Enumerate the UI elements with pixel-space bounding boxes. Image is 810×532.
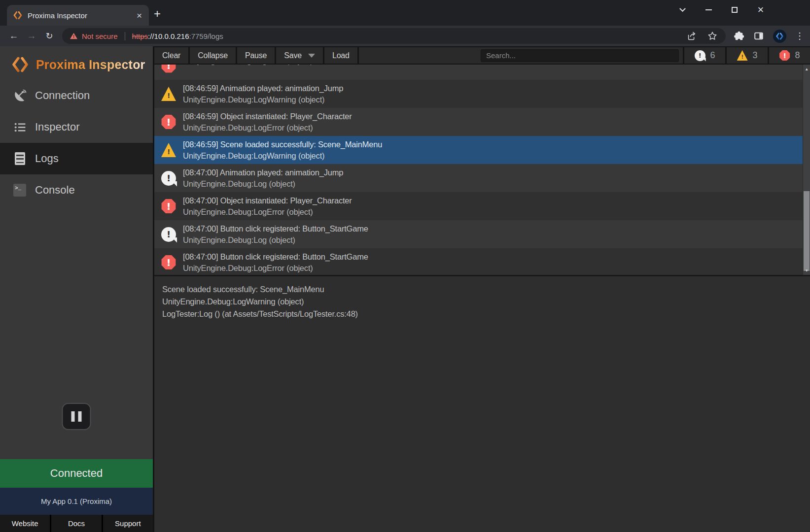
forward-button[interactable] bbox=[23, 31, 40, 41]
log-stacktrace: UnityEngine.Debug:Log (object) bbox=[183, 178, 343, 190]
new-tab-button[interactable] bbox=[154, 8, 161, 20]
sidebar-item-logs[interactable]: Logs bbox=[0, 143, 153, 174]
sidebar-item-console[interactable]: Console bbox=[0, 174, 153, 206]
log-level-icon bbox=[161, 199, 176, 214]
not-secure-label[interactable]: Not secure bbox=[82, 32, 118, 40]
warning-count: 3 bbox=[753, 50, 758, 61]
load-button[interactable]: Load bbox=[324, 47, 359, 64]
close-window-button[interactable] bbox=[757, 6, 765, 14]
scroll-up-arrow-icon[interactable] bbox=[803, 66, 810, 72]
reload-button[interactable] bbox=[40, 31, 58, 41]
logs-toolbar: Clear Collapse Pause Save Load 6 3 bbox=[154, 46, 810, 65]
log-entry-selected[interactable]: [08:46:59] Scene loaded successfully: Sc… bbox=[154, 136, 810, 164]
search-input[interactable] bbox=[481, 49, 679, 62]
log-message: [08:47:00] Object instantiated: Player_C… bbox=[183, 195, 352, 206]
log-entry[interactable]: [08:47:00] Animation played: animation_J… bbox=[154, 164, 810, 192]
extensions-puzzle-icon[interactable] bbox=[734, 31, 744, 41]
sidebar-footer: Website Docs Support bbox=[0, 515, 153, 532]
log-level-icon bbox=[161, 87, 176, 101]
footer-link-support[interactable]: Support bbox=[103, 515, 153, 532]
detail-stacktrace: LogTester:Log () (at Assets/TestScripts/… bbox=[162, 308, 802, 320]
url-omnibox[interactable]: Not secure https://10.0.0.216:7759/logs bbox=[62, 28, 726, 44]
side-panel-icon[interactable] bbox=[753, 31, 764, 41]
log-scrollbar[interactable] bbox=[803, 65, 810, 275]
log-stacktrace: UnityEngine.Debug:LogError (object) bbox=[183, 65, 313, 66]
tab-close-icon[interactable] bbox=[136, 11, 143, 20]
warning-triangle-icon bbox=[737, 50, 748, 61]
log-entry[interactable]: [08:47:00] Object instantiated: Player_C… bbox=[154, 192, 810, 220]
app-brand: Proxima Inspector bbox=[0, 49, 153, 80]
document-icon bbox=[13, 152, 27, 165]
log-stacktrace: UnityEngine.Debug:Log (object) bbox=[183, 234, 368, 246]
error-count: 8 bbox=[795, 50, 800, 61]
log-message: [08:47:00] Button click registered: Butt… bbox=[183, 223, 368, 234]
log-stacktrace: UnityEngine.Debug:LogWarning (object) bbox=[183, 94, 343, 105]
browser-menu-icon[interactable] bbox=[795, 31, 802, 41]
pause-icon bbox=[71, 411, 75, 422]
info-bubble-icon bbox=[695, 50, 705, 61]
back-button[interactable] bbox=[5, 31, 23, 41]
sidebar-item-label: Connection bbox=[35, 89, 90, 102]
maximize-button[interactable] bbox=[731, 6, 739, 14]
footer-link-website[interactable]: Website bbox=[0, 515, 50, 532]
list-icon bbox=[13, 121, 27, 134]
log-level-icon bbox=[161, 143, 176, 158]
log-level-icon bbox=[161, 115, 176, 130]
app-title: Proxima Inspector bbox=[36, 58, 145, 72]
bookmark-star-icon[interactable] bbox=[707, 31, 718, 41]
log-entry[interactable]: [08:47:00] Button click registered: Butt… bbox=[154, 220, 810, 248]
log-stacktrace: UnityEngine.Debug:LogError (object) bbox=[183, 122, 352, 133]
sidebar-item-label: Inspector bbox=[35, 121, 80, 133]
log-list: UnityEngine.Debug:LogError (object) [08:… bbox=[154, 65, 810, 276]
log-level-icon bbox=[161, 171, 176, 186]
share-icon[interactable] bbox=[686, 31, 697, 41]
log-message: [08:46:59] Scene loaded successfully: Sc… bbox=[183, 139, 382, 150]
collapse-button[interactable]: Collapse bbox=[190, 47, 237, 64]
not-secure-warning-icon bbox=[70, 33, 77, 39]
proxima-logo-icon bbox=[11, 55, 30, 74]
log-entry[interactable]: [08:47:00] Button click registered: Butt… bbox=[154, 248, 810, 276]
clear-button[interactable]: Clear bbox=[154, 47, 190, 64]
info-count: 6 bbox=[710, 50, 715, 61]
tab-strip: Proxima Inspector bbox=[0, 0, 810, 26]
pause-stream-button[interactable] bbox=[62, 403, 91, 430]
save-dropdown-caret-icon[interactable] bbox=[308, 54, 315, 58]
log-entry[interactable]: UnityEngine.Debug:LogError (object) bbox=[154, 65, 810, 80]
url-text[interactable]: https://10.0.0.216:7759/logs bbox=[132, 32, 223, 40]
log-message: [08:47:00] Animation played: animation_J… bbox=[183, 167, 343, 178]
log-stacktrace: UnityEngine.Debug:LogError (object) bbox=[183, 263, 368, 274]
log-level-icon bbox=[161, 255, 176, 270]
log-detail-pane: Scene loaded successfully: Scene_MainMen… bbox=[154, 276, 810, 532]
error-count-filter[interactable]: 8 bbox=[768, 47, 810, 64]
save-button[interactable]: Save bbox=[276, 47, 324, 64]
log-stacktrace: UnityEngine.Debug:LogError (object) bbox=[183, 206, 352, 218]
logs-panel: Clear Collapse Pause Save Load 6 3 bbox=[153, 46, 810, 532]
footer-link-docs[interactable]: Docs bbox=[51, 515, 101, 532]
scroll-down-arrow-icon[interactable] bbox=[803, 267, 810, 274]
connection-status-badge: Connected bbox=[0, 459, 153, 488]
satellite-icon bbox=[13, 89, 27, 102]
browser-tab[interactable]: Proxima Inspector bbox=[7, 5, 149, 26]
info-count-filter[interactable]: 6 bbox=[683, 47, 725, 64]
scrollbar-thumb[interactable] bbox=[804, 191, 810, 271]
warning-count-filter[interactable]: 3 bbox=[725, 47, 768, 64]
profile-avatar[interactable] bbox=[773, 30, 786, 43]
sidebar-item-label: Logs bbox=[35, 152, 59, 165]
log-entry[interactable]: [08:46:59] Animation played: animation_J… bbox=[154, 80, 810, 108]
tab-search-chevron-icon[interactable] bbox=[678, 6, 686, 14]
tab-title: Proxima Inspector bbox=[28, 11, 131, 20]
log-message: [08:47:00] Button click registered: Butt… bbox=[183, 251, 368, 263]
log-entry[interactable]: [08:46:59] Object instantiated: Player_C… bbox=[154, 108, 810, 136]
log-level-icon bbox=[161, 65, 176, 73]
log-level-icon bbox=[161, 227, 176, 242]
sidebar-item-connection[interactable]: Connection bbox=[0, 80, 153, 111]
address-bar: Not secure https://10.0.0.216:7759/logs bbox=[0, 26, 810, 46]
sidebar-item-inspector[interactable]: Inspector bbox=[0, 111, 153, 143]
url-scheme: https bbox=[132, 32, 148, 40]
proxima-favicon-icon bbox=[13, 10, 23, 20]
sidebar: Proxima Inspector Connection bbox=[0, 46, 153, 532]
url-separator: :// bbox=[148, 32, 154, 40]
minimize-button[interactable] bbox=[704, 6, 712, 14]
log-stacktrace: UnityEngine.Debug:LogWarning (object) bbox=[183, 150, 382, 162]
pause-button[interactable]: Pause bbox=[237, 47, 276, 64]
